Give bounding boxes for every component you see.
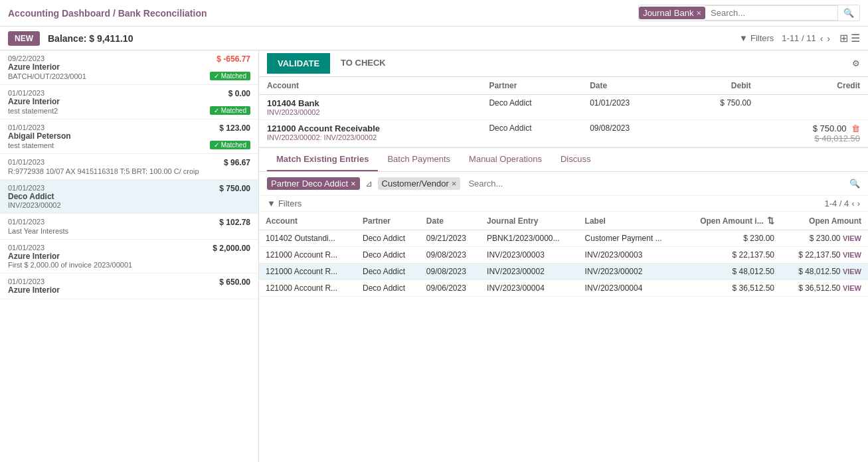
cell-debit: [678, 120, 759, 147]
item-amount: $ 650.00: [219, 277, 250, 287]
item-ref: R:9772938 10/07 AX 9415116318 T:5 BRT: 1…: [8, 167, 250, 175]
tab-manual-operations[interactable]: Manual Operations: [460, 148, 551, 171]
item-ref: test statement: [8, 141, 54, 149]
cell-date: 09/21/2023: [420, 230, 480, 247]
view-link[interactable]: VIEW: [843, 268, 861, 275]
item-amount: $ 0.00: [228, 89, 250, 98]
page-numbers: 1-11 / 11: [782, 33, 816, 43]
cell-account: 101402 Outstandi...: [259, 230, 356, 247]
prev-page-button[interactable]: ‹: [820, 33, 824, 44]
pagination: 1-11 / 11 ‹ › ⊞ ☰: [782, 32, 860, 44]
partner-value: Deco Addict: [302, 179, 348, 189]
cell-debit: $ 750.00: [678, 95, 759, 120]
cell-open-amount-i: $ 22,137.50: [681, 247, 781, 264]
search-icon[interactable]: 🔍: [838, 5, 859, 21]
item-date: 01/01/2023: [8, 184, 54, 192]
cell-journal-entry: PBNK1/2023/0000...: [480, 230, 578, 247]
new-button[interactable]: NEW: [8, 31, 40, 46]
table-row: 101404 Bank INV/2023/00002 Deco Addict 0…: [259, 95, 868, 120]
action-tabs: VALIDATE TO CHECK ⚙: [259, 50, 868, 77]
view-link[interactable]: VIEW: [843, 284, 861, 292]
table-row[interactable]: 101402 Outstandi... Deco Addict 09/21/20…: [259, 230, 868, 247]
match-next-button[interactable]: ›: [857, 198, 860, 208]
cell-label: INV/2023/00003: [578, 247, 681, 264]
col-credit: Credit: [759, 77, 868, 95]
validate-tab[interactable]: VALIDATE: [267, 53, 330, 74]
journal-entries-table: Account Partner Date Debit Credit 101404…: [259, 77, 868, 148]
item-partner: Azure Interior: [8, 285, 60, 295]
next-page-button[interactable]: ›: [827, 33, 830, 44]
strikethrough-amount: $ 48,012.50: [767, 133, 860, 143]
view-link[interactable]: VIEW: [843, 234, 861, 242]
cell-partner: Deco Addict: [356, 247, 420, 264]
item-partner: Azure Interior: [8, 62, 60, 72]
tab-match-existing-entries[interactable]: Match Existing Entries: [267, 148, 378, 171]
match-tabs: Match Existing Entries Batch Payments Ma…: [259, 148, 868, 172]
breadcrumb: Accounting Dashboard / Bank Reconciliati…: [8, 8, 633, 19]
cell-journal-entry: INV/2023/00003: [480, 247, 578, 264]
item-partner: Azure Interior: [8, 252, 60, 261]
list-item[interactable]: 01/01/2023 $ 102.78 Last Year Interests: [0, 214, 258, 240]
col-date: Date: [582, 77, 678, 95]
customer-vendor-tag[interactable]: Customer/Vendor ×: [378, 177, 461, 190]
kanban-view-button[interactable]: ⊞: [839, 32, 848, 44]
list-item[interactable]: 01/01/2023 Azure Interior $ 0.00 test st…: [0, 85, 258, 119]
tab-discuss[interactable]: Discuss: [551, 148, 600, 171]
item-partner: Deco Addict: [8, 192, 54, 201]
cell-partner: Deco Addict: [481, 95, 582, 120]
match-filters-button[interactable]: ▼ Filters: [267, 198, 302, 208]
item-ref: test statement2: [8, 107, 58, 115]
cell-open-amount: $ 48,012.50 VIEW: [781, 264, 868, 280]
bottom-section: Match Existing Entries Batch Payments Ma…: [259, 148, 868, 462]
item-date: 01/01/2023: [8, 123, 71, 131]
item-partner: Abigail Peterson: [8, 131, 71, 141]
list-item[interactable]: 01/01/2023 Azure Interior $ 2,000.00 Fir…: [0, 240, 258, 273]
cell-account: 121000 Account Receivable INV/2023/00002…: [259, 120, 481, 147]
cell-partner: Deco Addict: [356, 230, 420, 247]
cell-credit: [759, 95, 868, 120]
cell-partner: Deco Addict: [356, 280, 420, 297]
match-col-journal-entry: Journal Entry: [480, 212, 578, 230]
list-view-button[interactable]: ☰: [851, 32, 860, 44]
journal-label: Journal: [643, 8, 671, 18]
search-input[interactable]: [705, 5, 838, 21]
filter-search-icon[interactable]: 🔍: [849, 179, 860, 189]
tab-settings-icon[interactable]: ⚙: [852, 58, 860, 68]
item-partner: Azure Interior: [8, 97, 60, 106]
match-prev-button[interactable]: ‹: [851, 198, 854, 208]
view-link[interactable]: VIEW: [843, 251, 861, 259]
table-row[interactable]: 121000 Account R... Deco Addict 09/08/20…: [259, 247, 868, 264]
partner-tag-remove[interactable]: ×: [351, 179, 356, 189]
item-amount: $ -656.77: [217, 54, 250, 64]
bank-tag: Bank: [674, 8, 694, 18]
table-row[interactable]: 121000 Account R... Deco Addict 09/06/20…: [259, 280, 868, 297]
left-panel: 09/22/2023 Azure Interior $ -656.77 BATC…: [0, 50, 259, 462]
table-row[interactable]: 121000 Account R... Deco Addict 09/08/20…: [259, 264, 868, 280]
partner-label: Partner: [271, 179, 300, 189]
bank-tag-remove[interactable]: ×: [696, 8, 701, 18]
to-check-tab[interactable]: TO CHECK: [330, 52, 396, 74]
balance-display: Balance: $ 9,411.10: [48, 33, 731, 44]
sort-icon[interactable]: ⇅: [767, 216, 774, 226]
item-amount: $ 2,000.00: [213, 244, 250, 253]
cell-account: 121000 Account R...: [259, 280, 356, 297]
filters-button[interactable]: ▼ Filters: [739, 33, 774, 43]
list-item[interactable]: 01/01/2023 $ 96.67 R:9772938 10/07 AX 94…: [0, 154, 258, 180]
match-table: Account Partner Date Journal Entry Label…: [259, 212, 868, 462]
cell-label: Customer Payment ...: [578, 230, 681, 247]
list-item[interactable]: 01/01/2023 Azure Interior $ 650.00: [0, 273, 258, 299]
journal-filter-tag[interactable]: Journal Bank ×: [639, 7, 705, 19]
item-amount: $ 96.67: [224, 158, 250, 167]
item-amount: $ 750.00: [219, 184, 250, 193]
partner-filter-tag[interactable]: Partner Deco Addict ×: [267, 177, 360, 190]
tab-batch-payments[interactable]: Batch Payments: [378, 148, 460, 171]
customer-vendor-remove[interactable]: ×: [452, 179, 457, 189]
cell-partner: Deco Addict: [481, 120, 582, 147]
list-item[interactable]: 01/01/2023 Abigail Peterson $ 123.00 tes…: [0, 119, 258, 154]
list-item[interactable]: 01/01/2023 Deco Addict $ 750.00 INV/2023…: [0, 180, 258, 214]
cell-account: 101404 Bank INV/2023/00002: [259, 95, 481, 120]
delete-icon[interactable]: 🗑: [851, 123, 860, 133]
cell-date: 01/01/2023: [582, 95, 678, 120]
list-item[interactable]: 09/22/2023 Azure Interior $ -656.77 BATC…: [0, 50, 258, 85]
filter-search-input[interactable]: [466, 177, 844, 190]
